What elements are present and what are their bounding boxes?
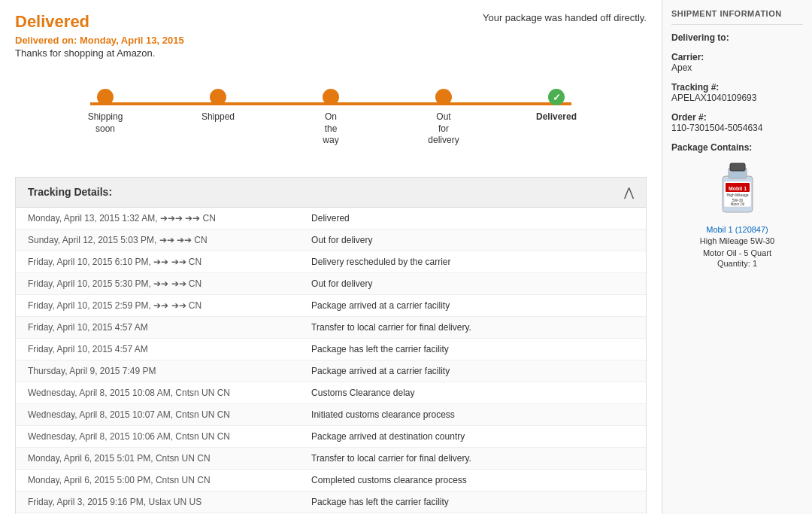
step-label-on-the-way: Ontheway — [323, 111, 338, 147]
order-value: 110-7301504-5054634 — [671, 123, 803, 133]
package-contains-label: Package Contains: — [671, 142, 803, 153]
product-description: High Mileage 5W-30Motor Oil - 5 Quart — [671, 236, 803, 259]
tracking-event: Completed customs clearance process — [299, 469, 646, 491]
table-row: Friday, April 10, 2015 4:57 AMTransfer t… — [16, 316, 646, 338]
tracking-event: Package arrived at destination country — [299, 425, 646, 447]
package-contains-section: Package Contains: Mobil 1 High Mile — [671, 142, 803, 268]
tracking-datetime: Thursday, April 9, 2015 7:49 PM — [16, 360, 299, 382]
tracking-event: Initiated customs clearance process — [299, 403, 646, 425]
product-name: Mobil 1 (120847) — [671, 224, 803, 236]
tracking-event: Customs Clearance delay — [299, 382, 646, 403]
carrier-label: Carrier: — [671, 52, 803, 62]
table-row: Friday, April 10, 2015 5:30 PM, ➔➔ ➔➔ CN… — [16, 272, 646, 294]
tracking-datetime: Monday, April 13, 2015 1:32 AM, ➔➔➔ ➔➔ C… — [16, 208, 299, 230]
collapse-icon[interactable]: ⋀ — [624, 185, 634, 199]
table-row: Sunday, April 12, 2015 5:03 PM, ➔➔ ➔➔ CN… — [16, 229, 646, 251]
step-on-the-way: Ontheway — [293, 89, 368, 147]
step-circle-on-the-way — [323, 89, 339, 105]
step-delivered: Delivered — [519, 89, 594, 147]
delivering-to-section: Delivering to: — [671, 32, 803, 43]
carrier-section: Carrier: Apex — [671, 52, 803, 73]
tracking-event: Package has left the carrier facility — [299, 491, 646, 512]
step-shipping-soon: Shippingsoon — [68, 89, 143, 147]
tracking-event: Package has left the carrier facility — [299, 338, 646, 360]
table-row: Monday, April 6, 2015 5:00 PM, Cntsn UN … — [16, 469, 646, 491]
tracking-event: Out for delivery — [299, 272, 646, 294]
handed-off-text: Your package was handed off directly. — [483, 12, 647, 23]
table-row: Friday, April 10, 2015 2:59 PM, ➔➔ ➔➔ CN… — [16, 294, 646, 316]
tracker-steps: Shippingsoon Shipped Ontheway — [68, 89, 594, 147]
table-row: Friday, April 10, 2015 6:10 PM, ➔➔ ➔➔ CN… — [16, 251, 646, 272]
tracking-datetime: Friday, April 10, 2015 2:59 PM, ➔➔ ➔➔ CN — [16, 294, 299, 316]
tracking-event: Delivery rescheduled by the carrier — [299, 251, 646, 272]
order-section: Order #: 110-7301504-5054634 — [671, 112, 803, 133]
delivered-date: Delivered on: Monday, April 13, 2015 — [15, 35, 184, 46]
tracking-section: Tracking #: APELAX1040109693 — [671, 82, 803, 103]
shipment-info-title: SHIPMENT INFORMATION — [671, 9, 803, 25]
tracking-datetime: Friday, April 10, 2015 4:57 AM — [16, 338, 299, 360]
tracking-datetime: Friday, April 10, 2015 4:57 AM — [16, 316, 299, 338]
tracking-event: Transfer to local carrier for final deli… — [299, 447, 646, 469]
step-out-for-delivery: Outfordelivery — [406, 89, 481, 147]
tracking-datetime: Friday, April 10, 2015 5:30 PM, ➔➔ ➔➔ CN — [16, 272, 299, 294]
order-label: Order #: — [671, 112, 803, 123]
delivered-date-value: Monday, April 13, 2015 — [80, 35, 184, 46]
tracking-event: Out for delivery — [299, 229, 646, 251]
tracking-datetime: Friday, April 10, 2015 6:10 PM, ➔➔ ➔➔ CN — [16, 251, 299, 272]
tracking-event: Package arrived at a carrier facility — [299, 360, 646, 382]
right-panel: SHIPMENT INFORMATION Delivering to: Carr… — [662, 0, 812, 514]
tracking-event: Package arrived at a carrier facility — [299, 294, 646, 316]
delivered-date-label: Delivered on: — [15, 35, 77, 46]
step-label-delivered: Delivered — [536, 111, 577, 123]
step-label-shipped: Shipped — [201, 111, 235, 123]
table-row: Wednesday, April 8, 2015 10:07 AM, Cntsn… — [16, 403, 646, 425]
table-row: Friday, April 3, 2015 9:16 PM, Uslax UN … — [16, 491, 646, 512]
tracking-event: Delivered — [299, 208, 646, 230]
tracking-details-section: Tracking Details: ⋀ Monday, April 13, 20… — [15, 177, 647, 514]
step-circle-shipped — [210, 89, 226, 105]
tracking-details-title: Tracking Details: — [28, 186, 112, 198]
table-row: Wednesday, April 8, 2015 10:08 AM, Cntsn… — [16, 382, 646, 403]
tracking-value: APELAX1040109693 — [671, 93, 803, 103]
table-row: Friday, April 10, 2015 4:57 AMPackage ha… — [16, 338, 646, 360]
step-label-out-for-delivery: Outfordelivery — [428, 111, 459, 147]
svg-text:Motor Oil: Motor Oil — [730, 202, 744, 206]
product-quantity: Quantity: 1 — [671, 259, 803, 268]
svg-text:Mobil 1: Mobil 1 — [728, 186, 746, 191]
step-shipped: Shipped — [180, 89, 256, 147]
table-row: Wednesday, April 8, 2015 10:06 AM, Cntsn… — [16, 425, 646, 447]
svg-text:High Mileage: High Mileage — [726, 193, 748, 197]
table-row: Monday, April 13, 2015 1:32 AM, ➔➔➔ ➔➔ C… — [16, 208, 646, 230]
progress-tracker: Shippingsoon Shipped Ontheway — [15, 74, 647, 169]
delivering-to-label: Delivering to: — [671, 32, 803, 43]
tracking-datetime: Wednesday, April 8, 2015 10:08 AM, Cntsn… — [16, 382, 299, 403]
table-row: Thursday, April 9, 2015 7:49 PMPackage a… — [16, 360, 646, 382]
tracking-datetime: Wednesday, April 8, 2015 10:06 AM, Cntsn… — [16, 425, 299, 447]
step-circle-out-for-delivery — [435, 89, 452, 105]
svg-rect-2 — [730, 163, 745, 171]
tracking-table: Monday, April 13, 2015 1:32 AM, ➔➔➔ ➔➔ C… — [16, 208, 646, 514]
tracking-datetime: Friday, April 3, 2015 9:16 PM, Uslax UN … — [16, 491, 299, 512]
step-label-shipping-soon: Shippingsoon — [88, 111, 123, 135]
step-circle-delivered — [548, 89, 565, 105]
tracking-datetime: Wednesday, April 8, 2015 10:07 AM, Cntsn… — [16, 403, 299, 425]
table-row: Monday, April 6, 2015 5:01 PM, Cntsn UN … — [16, 447, 646, 469]
tracking-details-header: Tracking Details: ⋀ — [16, 178, 646, 208]
page-title: Delivered — [15, 12, 184, 32]
carrier-value: Apex — [671, 62, 803, 73]
tracking-datetime: Monday, April 6, 2015 5:00 PM, Cntsn UN … — [16, 469, 299, 491]
tracking-event: Transfer to local carrier for final deli… — [299, 316, 646, 338]
step-circle-shipping-soon — [97, 89, 114, 105]
tracking-datetime: Sunday, April 12, 2015 5:03 PM, ➔➔ ➔➔ CN — [16, 229, 299, 251]
product-image: Mobil 1 High Mileage 5W-30 Motor Oil — [671, 157, 803, 220]
tracking-label: Tracking #: — [671, 82, 803, 93]
thanks-text: Thanks for shopping at Amazon. — [15, 47, 184, 59]
tracking-datetime: Monday, April 6, 2015 5:01 PM, Cntsn UN … — [16, 447, 299, 469]
